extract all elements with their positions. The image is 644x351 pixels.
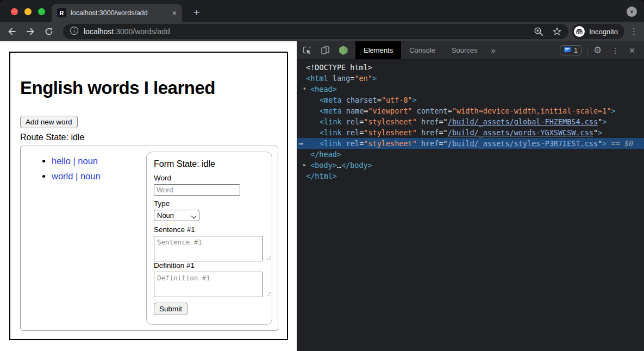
word-list: hello | nounworld | noun bbox=[26, 156, 146, 325]
definition-label: Definition #1 bbox=[154, 261, 272, 269]
code-token: "en" bbox=[354, 74, 372, 83]
dom-node[interactable]: </head> bbox=[297, 149, 644, 160]
toolbar-separator bbox=[354, 46, 354, 55]
forward-button[interactable] bbox=[25, 26, 36, 37]
tab-search-button[interactable]: ▼ bbox=[627, 7, 637, 17]
node-overflow-dots-icon[interactable]: … bbox=[299, 136, 303, 147]
code-token: "stylesheet" bbox=[364, 128, 417, 137]
devtools-tab-console[interactable]: Console bbox=[401, 41, 443, 59]
word-link[interactable]: world | noun bbox=[52, 171, 101, 181]
window-minimize-button[interactable] bbox=[24, 8, 32, 15]
dom-node[interactable]: <link rel="stylesheet" href="/build/_ass… bbox=[297, 116, 644, 127]
code-token: </html> bbox=[306, 172, 337, 180]
definition-textarea[interactable] bbox=[154, 272, 263, 297]
reload-button[interactable] bbox=[43, 26, 54, 37]
back-button[interactable] bbox=[7, 26, 17, 37]
dom-node[interactable]: <html lang="en"> bbox=[297, 73, 644, 84]
code-token: content bbox=[412, 106, 448, 115]
selected-dom-node[interactable]: …<link rel="stylesheet" href="/build/_as… bbox=[297, 138, 644, 149]
code-token: /build/_assets/words-YGXSWCSW.css bbox=[448, 128, 593, 137]
zoom-icon[interactable] bbox=[534, 27, 543, 36]
url-host: localhost bbox=[84, 27, 114, 36]
add-new-word-button[interactable]: Add new word bbox=[20, 116, 78, 128]
code-token: <link bbox=[320, 117, 342, 126]
dom-node[interactable]: ▶<body>…</body> bbox=[297, 160, 644, 171]
word-link[interactable]: hello | noun bbox=[52, 156, 98, 166]
browser-menu-button[interactable]: ⋮ bbox=[630, 27, 637, 36]
inspect-element-icon[interactable] bbox=[297, 41, 316, 59]
extension-hexagon-icon[interactable] bbox=[334, 41, 353, 59]
code-token: " bbox=[598, 139, 602, 148]
code-token: rel bbox=[342, 117, 360, 126]
window-zoom-button[interactable] bbox=[38, 8, 45, 15]
type-select-wrap: Noun bbox=[154, 210, 199, 225]
page-info-icon[interactable] bbox=[70, 26, 79, 37]
code-token: href bbox=[417, 128, 439, 137]
code-token: <link bbox=[320, 128, 342, 137]
code-token: </head> bbox=[310, 150, 341, 159]
submit-button[interactable]: Submit bbox=[154, 303, 187, 315]
code-token: <!DOCTYPE html> bbox=[306, 63, 372, 72]
more-panels-icon[interactable]: » bbox=[486, 41, 501, 59]
code-token: /build/_assets/global-FHZEMBS4.css bbox=[448, 117, 598, 126]
page-title: English words I learned bbox=[20, 78, 277, 98]
definition-textarea-wrap bbox=[154, 272, 272, 297]
code-token: > bbox=[602, 117, 607, 126]
type-select[interactable]: Noun bbox=[154, 210, 199, 221]
code-token: <meta bbox=[320, 106, 342, 115]
devtools-tab-sources[interactable]: Sources bbox=[443, 41, 486, 59]
code-token: <html bbox=[306, 74, 328, 83]
code-token: > bbox=[372, 74, 377, 83]
code-token: "stylesheet" bbox=[364, 117, 417, 126]
code-token: " bbox=[598, 117, 602, 126]
window-content: English words I learned Add new word Rou… bbox=[0, 41, 644, 351]
code-token: > bbox=[598, 128, 602, 137]
code-token: <body> bbox=[310, 161, 337, 170]
tab-close-icon[interactable]: × bbox=[172, 9, 177, 17]
word-list-item: hello | noun bbox=[52, 156, 146, 166]
bookmark-star-icon[interactable] bbox=[552, 27, 562, 36]
expand-arrow-open-icon[interactable]: ▼ bbox=[303, 84, 306, 95]
url-text[interactable]: localhost:3000/words/add bbox=[84, 27, 525, 36]
settings-gear-icon[interactable]: ⚙ bbox=[593, 45, 602, 56]
route-state-text: Route State: idle bbox=[20, 133, 277, 142]
dom-node[interactable]: ▼<head> bbox=[297, 84, 644, 95]
dom-node[interactable]: <link rel="stylesheet" href="/build/_ass… bbox=[297, 127, 644, 138]
new-tab-button[interactable]: + bbox=[190, 6, 203, 19]
code-token: = bbox=[377, 96, 382, 104]
sentence-textarea[interactable] bbox=[154, 236, 263, 261]
devtools-menu-icon[interactable]: ⋮ bbox=[611, 46, 619, 55]
address-bar[interactable]: localhost:3000/words/add bbox=[63, 24, 568, 39]
code-token: … bbox=[337, 161, 341, 170]
elements-tree: <!DOCTYPE html><html lang="en">▼<head><m… bbox=[297, 60, 644, 351]
devtools-tab-elements[interactable]: Elements bbox=[355, 41, 401, 59]
remix-favicon-icon: R bbox=[57, 8, 66, 17]
code-token: /build/_assets/styles-P3R7IEST.css bbox=[448, 139, 598, 148]
expand-arrow-closed-icon[interactable]: ▶ bbox=[303, 160, 306, 171]
dom-node[interactable]: <meta name="viewport" content="width=dev… bbox=[297, 105, 644, 116]
issues-counter[interactable]: 1 bbox=[560, 45, 582, 55]
dom-node[interactable]: </html> bbox=[297, 171, 644, 181]
submit-row: Submit bbox=[154, 303, 272, 315]
browser-toolbar: localhost:3000/words/add Incognito ⋮ bbox=[0, 22, 644, 41]
dom-node[interactable]: <!DOCTYPE html> bbox=[297, 62, 644, 73]
code-token: name bbox=[342, 106, 364, 115]
devtools-toolbar: ElementsConsoleSources » 1 ⚙ ⋮ ✕ bbox=[297, 41, 644, 60]
code-token: <head> bbox=[310, 85, 337, 93]
url-path: :3000/words/add bbox=[114, 27, 170, 36]
devtools-toolbar-right: 1 ⚙ ⋮ ✕ bbox=[560, 41, 644, 59]
code-token: <meta bbox=[320, 96, 342, 104]
word-input[interactable] bbox=[154, 184, 240, 196]
sentence-textarea-wrap bbox=[154, 236, 272, 261]
browser-tab[interactable]: R localhost:3000/words/add × bbox=[52, 4, 182, 22]
words-panel: hello | nounworld | noun Form State: idl… bbox=[20, 146, 278, 331]
incognito-badge: Incognito bbox=[572, 24, 624, 39]
devtools-close-icon[interactable]: ✕ bbox=[629, 46, 635, 55]
code-token: "viewport" bbox=[368, 106, 412, 115]
type-label: Type bbox=[154, 199, 272, 208]
word-list-item: world | noun bbox=[52, 171, 146, 181]
window-close-button[interactable] bbox=[11, 8, 18, 15]
device-toolbar-icon[interactable] bbox=[316, 41, 334, 59]
code-token: rel bbox=[342, 139, 360, 148]
dom-node[interactable]: <meta charset="utf-8"> bbox=[297, 95, 644, 105]
